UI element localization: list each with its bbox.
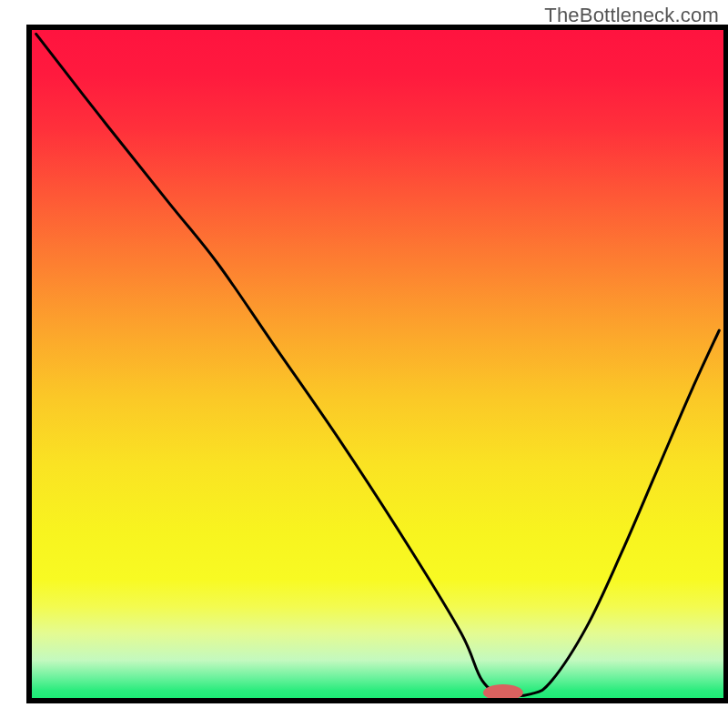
gradient-background bbox=[29, 27, 726, 701]
bottleneck-chart bbox=[0, 0, 728, 728]
chart-container: TheBottleneck.com bbox=[0, 0, 728, 728]
watermark-text: TheBottleneck.com bbox=[544, 4, 719, 27]
